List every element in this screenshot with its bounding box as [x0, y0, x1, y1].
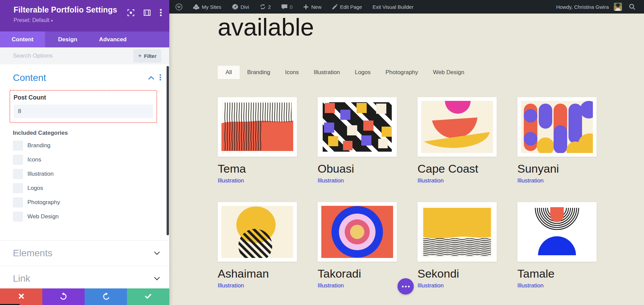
divi-menu[interactable]: Divi [229, 0, 253, 14]
category-label: Branding [27, 142, 50, 149]
project-title[interactable]: Tamale [517, 267, 597, 280]
save-changes-button[interactable] [127, 288, 169, 305]
redo-button[interactable] [85, 288, 127, 305]
caret-down-icon: ▾ [51, 19, 53, 23]
artwork-obuasi [321, 101, 393, 153]
project-thumbnail-takoradi[interactable] [318, 202, 397, 262]
project-thumbnail-obuasi[interactable] [318, 97, 397, 157]
section-kebab-icon[interactable] [159, 74, 161, 82]
wordpress-logo-icon: W [175, 3, 183, 10]
more-options-button[interactable] [398, 278, 414, 295]
project-title[interactable]: Takoradi [318, 267, 397, 280]
project-thumbnail-tamale[interactable] [517, 202, 597, 262]
filter-all[interactable]: All [218, 66, 240, 79]
artwork-tamale [521, 206, 593, 258]
portfolio-grid: Tema Illustration [218, 97, 597, 289]
filter-branding[interactable]: Branding [240, 66, 278, 79]
project-thumbnail-cape-coast[interactable] [417, 97, 497, 157]
chevron-down-icon [154, 276, 160, 282]
tab-design[interactable]: Design [45, 31, 90, 47]
dot [408, 286, 410, 287]
filter-options-button[interactable]: + Filter [133, 49, 161, 63]
project-title[interactable]: Sunyani [517, 162, 597, 175]
project-category-link[interactable]: Illustration [318, 282, 344, 289]
search-toggle[interactable] [625, 0, 637, 14]
link-section-header[interactable]: Link [0, 266, 169, 288]
category-option-illustration[interactable]: Illustration [13, 169, 169, 179]
project-thumbnail-tema[interactable] [218, 97, 297, 157]
search-options-input[interactable] [13, 52, 133, 59]
check-icon [145, 294, 151, 300]
project-title[interactable]: Cape Coast [417, 162, 497, 175]
edit-page-label: Edit Page [340, 4, 362, 10]
category-option-icons[interactable]: Icons [13, 155, 169, 165]
filter-icons[interactable]: Icons [278, 66, 306, 79]
checkbox-unchecked[interactable] [13, 169, 23, 179]
project-title[interactable]: Sekondi [417, 267, 497, 280]
divi-label: Divi [241, 4, 249, 10]
avatar [614, 3, 622, 11]
category-option-photography[interactable]: Photography [13, 197, 169, 208]
refresh-icon [260, 4, 266, 10]
project-category-link[interactable]: Illustration [517, 282, 543, 289]
project-category-link[interactable]: Illustration [517, 177, 543, 184]
category-option-logos[interactable]: Logos [13, 183, 169, 193]
panel-scrollbar[interactable] [167, 66, 169, 235]
project-thumbnail-ashaiman[interactable] [218, 202, 297, 262]
filter-photography[interactable]: Photography [378, 66, 425, 79]
project-title[interactable]: Tema [218, 162, 297, 175]
project-thumbnail-sunyani[interactable] [517, 97, 597, 157]
settings-panel-header: Filterable Portfolio Settings Preset: De… [0, 0, 169, 31]
chevron-up-icon[interactable] [148, 75, 154, 81]
undo-button[interactable] [42, 288, 85, 305]
tab-content[interactable]: Content [0, 31, 45, 47]
checkbox-unchecked[interactable] [13, 212, 23, 222]
kebab-menu-icon[interactable] [160, 9, 162, 18]
content-section-header[interactable]: Content [0, 64, 169, 83]
settings-tabs: Content Design Advanced [0, 31, 169, 47]
filter-illustration[interactable]: Illustration [306, 66, 347, 79]
project-category-link[interactable]: Illustration [218, 177, 244, 184]
portfolio-item: Takoradi Illustration [318, 202, 397, 289]
undo-icon [60, 292, 68, 301]
divi-gauge-icon [232, 4, 238, 10]
project-category-link[interactable]: Illustration [417, 282, 444, 289]
filter-logos[interactable]: Logos [347, 66, 378, 79]
panel-layout-icon[interactable] [144, 9, 151, 17]
category-label: Photography [27, 199, 60, 206]
project-title[interactable]: Ashaiman [218, 267, 297, 280]
tab-advanced[interactable]: Advanced [90, 31, 135, 47]
module-settings-panel: Filterable Portfolio Settings Preset: De… [0, 0, 169, 305]
checkbox-unchecked[interactable] [13, 197, 23, 208]
my-sites-menu[interactable]: My Sites [190, 0, 225, 14]
post-count-input[interactable] [14, 105, 153, 118]
category-option-branding[interactable]: Branding [13, 140, 169, 151]
project-thumbnail-sekondi[interactable] [417, 202, 497, 262]
project-category-link[interactable]: Illustration [417, 177, 444, 184]
page-content: available All Branding Icons Illustratio… [169, 14, 644, 305]
wp-logo-menu[interactable]: W [172, 0, 186, 14]
filter-web-design[interactable]: Web Design [426, 66, 472, 79]
project-category-link[interactable]: Illustration [318, 177, 344, 184]
account-menu[interactable]: Howdy, Christina Gwira [553, 0, 625, 14]
new-content-menu[interactable]: New [300, 0, 325, 14]
portfolio-filter-bar: All Branding Icons Illustration Logos Ph… [218, 66, 644, 79]
checkbox-unchecked[interactable] [13, 140, 23, 151]
category-label: Icons [27, 156, 41, 163]
discard-changes-button[interactable] [0, 288, 42, 305]
updates-menu[interactable]: 2 [256, 0, 274, 14]
exit-visual-builder[interactable]: Exit Visual Builder [369, 0, 417, 14]
preset-selector[interactable]: Preset: Default▾ [14, 17, 169, 23]
focus-mode-icon[interactable] [127, 9, 134, 18]
edit-page-menu[interactable]: Edit Page [328, 0, 365, 14]
project-category-link[interactable]: Illustration [218, 282, 244, 289]
comments-menu[interactable]: 0 [278, 0, 296, 14]
checkbox-unchecked[interactable] [13, 183, 23, 193]
comment-bubble-icon [281, 4, 287, 10]
project-title[interactable]: Obuasi [318, 162, 397, 175]
checkbox-unchecked[interactable] [13, 155, 23, 165]
elements-section-header[interactable]: Elements [0, 241, 169, 266]
category-option-web-design[interactable]: Web Design [13, 212, 169, 222]
included-categories-label: Included Categories [13, 130, 169, 136]
filter-button-label: Filter [144, 53, 156, 59]
